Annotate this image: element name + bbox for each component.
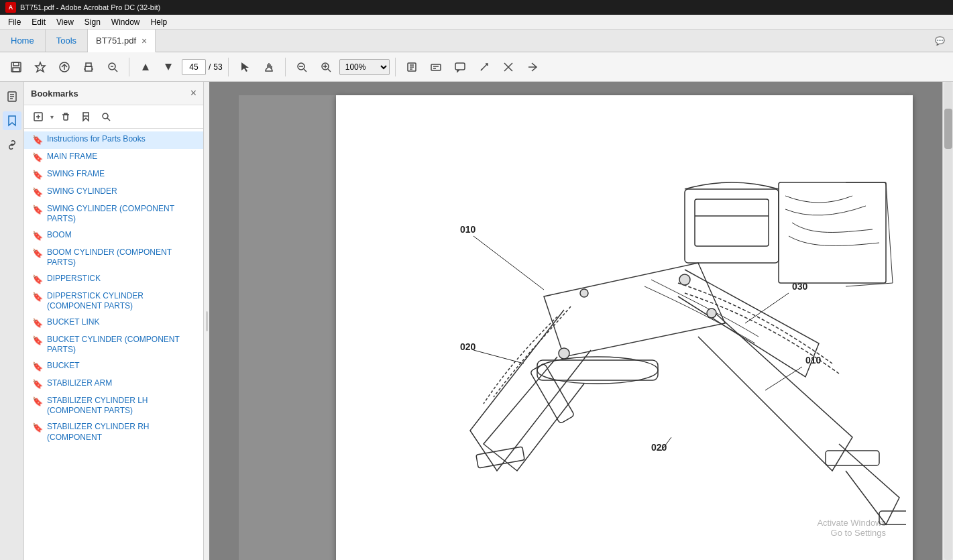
main-area: Bookmarks × ▾ [0, 82, 953, 560]
zoom-in-button[interactable] [315, 56, 337, 78]
bookmark-icon: 🔖 [32, 248, 43, 260]
bookmark-icon: 🔖 [32, 361, 43, 373]
scrollbar-thumb[interactable] [944, 109, 952, 149]
scissors-button[interactable] [498, 56, 519, 78]
print-button[interactable] [78, 56, 99, 78]
right-scrollbar[interactable] [942, 82, 953, 560]
bookmark-label: MAIN FRAME [47, 152, 97, 162]
svg-point-47 [103, 113, 108, 119]
bookmark-item[interactable]: 🔖 BUCKET LINK [24, 315, 203, 332]
pen-tool-button[interactable] [473, 56, 495, 78]
bookmark-item[interactable]: 🔖 SWING CYLINDER (COMPONENT PARTS) [24, 201, 203, 227]
bookmarks-title: Bookmarks [31, 89, 78, 99]
bookmark-item[interactable]: 🔖 DIPPERSTICK CYLINDER (COMPONENT PARTS) [24, 288, 203, 315]
tab-close-button[interactable]: × [142, 36, 147, 46]
tab-tools[interactable]: Tools [46, 30, 88, 52]
hand-tool-button[interactable] [258, 56, 280, 78]
tab-tools-label: Tools [56, 36, 76, 46]
svg-rect-1 [13, 62, 19, 66]
zoom-marquee-button[interactable] [102, 56, 123, 78]
menu-view[interactable]: View [51, 16, 79, 28]
bookmark-item[interactable]: 🔖 Instructions for Parts Books [24, 131, 203, 149]
bookmark-label: BOOM CYLINDER (COMPONENT PARTS) [47, 247, 198, 268]
page-nav [135, 56, 179, 78]
bookmark-label: STABILIZER ARM [47, 378, 112, 389]
diagram-svg: 010 020 030 010 020 [349, 109, 906, 560]
svg-marker-13 [142, 64, 149, 70]
svg-point-72 [580, 289, 588, 297]
pdf-viewer[interactable]: 010 020 030 010 020 [209, 82, 942, 560]
bookmark-label: STABILIZER CYLINDER LH (COMPONENT PARTS) [47, 396, 198, 416]
bookmark-item[interactable]: 🔖 STABILIZER ARM [24, 376, 203, 393]
tab-file[interactable]: BT751.pdf × [88, 30, 156, 52]
bookmark-item[interactable]: 🔖 STABILIZER CYLINDER LH (COMPONENT PART… [24, 393, 203, 419]
sidebar-icon-pages[interactable] [3, 87, 21, 106]
zoom-select[interactable]: 100% 75% 125% 150% Fit Page [339, 59, 390, 75]
bookmark-item[interactable]: 🔖 BUCKET CYLINDER (COMPONENT PARTS) [24, 332, 203, 358]
bookmark-item[interactable]: 🔖 DIPPERSTICK [24, 271, 203, 288]
bookmark-icon: 🔖 [32, 335, 43, 347]
svg-text:020: 020 [460, 341, 476, 352]
chat-icon[interactable]: 💬 [927, 30, 953, 52]
bookmark-button[interactable] [30, 56, 51, 78]
bookmark-item[interactable]: 🔖 BUCKET [24, 358, 203, 376]
menu-edit[interactable]: Edit [26, 16, 51, 28]
bookmark-label: BUCKET [47, 361, 80, 372]
save-button[interactable] [5, 56, 27, 78]
sep1 [129, 58, 129, 76]
page-separator: / [209, 62, 211, 72]
sidebar-icon-links[interactable] [3, 135, 21, 154]
svg-rect-30 [455, 63, 465, 70]
bookmark-item[interactable]: 🔖 BOOM [24, 227, 203, 245]
bookmark-icon: 🔖 [32, 379, 43, 390]
svg-rect-64 [537, 360, 658, 380]
bm-new-button[interactable] [77, 108, 95, 125]
menu-sign[interactable]: Sign [79, 16, 106, 28]
pdf-left-margin [239, 95, 336, 560]
svg-marker-15 [241, 62, 249, 72]
bm-delete-button[interactable] [57, 108, 74, 125]
tab-bar: Home Tools BT751.pdf × 💬 [0, 30, 953, 52]
bookmark-icon: 🔖 [32, 292, 43, 303]
select-tool-button[interactable] [234, 56, 256, 78]
bookmark-item[interactable]: 🔖 BOOM CYLINDER (COMPONENT PARTS) [24, 245, 203, 271]
tab-file-label: BT751.pdf [96, 36, 136, 46]
next-page-button[interactable] [158, 56, 179, 78]
share-button[interactable] [522, 56, 543, 78]
fit-page-button[interactable] [401, 56, 423, 78]
menu-window[interactable]: Window [106, 16, 146, 28]
total-pages: 53 [213, 62, 222, 72]
toolbar: / 53 100% 75% 125% 150% Fit Page [0, 52, 953, 82]
bookmark-label: Instructions for Parts Books [47, 134, 146, 145]
form-tool-button[interactable] [425, 56, 447, 78]
bm-find-button[interactable] [97, 108, 115, 125]
tab-home[interactable]: Home [0, 30, 46, 52]
bm-expand-button[interactable] [30, 108, 47, 125]
page-number-input[interactable] [182, 59, 206, 75]
prev-page-button[interactable] [135, 56, 156, 78]
bookmark-label: SWING CYLINDER [47, 186, 117, 197]
bookmark-label: BUCKET CYLINDER (COMPONENT PARTS) [47, 335, 198, 355]
svg-rect-59 [685, 189, 779, 263]
diagram-container: 010 020 030 010 020 [349, 109, 899, 560]
bookmark-item[interactable]: 🔖 SWING CYLINDER [24, 184, 203, 201]
zoom-out-button[interactable] [291, 56, 313, 78]
svg-rect-60 [695, 199, 769, 246]
menu-file[interactable]: File [3, 16, 26, 28]
bookmarks-close-button[interactable]: × [190, 87, 197, 99]
bookmarks-header: Bookmarks × [24, 82, 203, 105]
comment-button[interactable] [449, 56, 471, 78]
svg-marker-45 [83, 113, 89, 121]
title-bar: A BT751.pdf - Adobe Acrobat Pro DC (32-b… [0, 0, 953, 15]
sidebar-icon-bookmarks[interactable] [3, 111, 21, 130]
svg-rect-2 [13, 68, 19, 72]
upload-button[interactable] [54, 56, 75, 78]
bookmarks-panel: Bookmarks × ▾ [24, 82, 204, 560]
panel-resize-handle[interactable] [204, 82, 209, 560]
bookmark-item[interactable]: 🔖 MAIN FRAME [24, 149, 203, 166]
bookmarks-list: 🔖 Instructions for Parts Books 🔖 MAIN FR… [24, 129, 203, 560]
bookmark-item[interactable]: 🔖 STABILIZER CYLINDER RH (COMPONENT [24, 419, 203, 445]
menu-help[interactable]: Help [146, 16, 173, 28]
app-icon: A [5, 2, 16, 13]
bookmark-item[interactable]: 🔖 SWING FRAME [24, 166, 203, 184]
